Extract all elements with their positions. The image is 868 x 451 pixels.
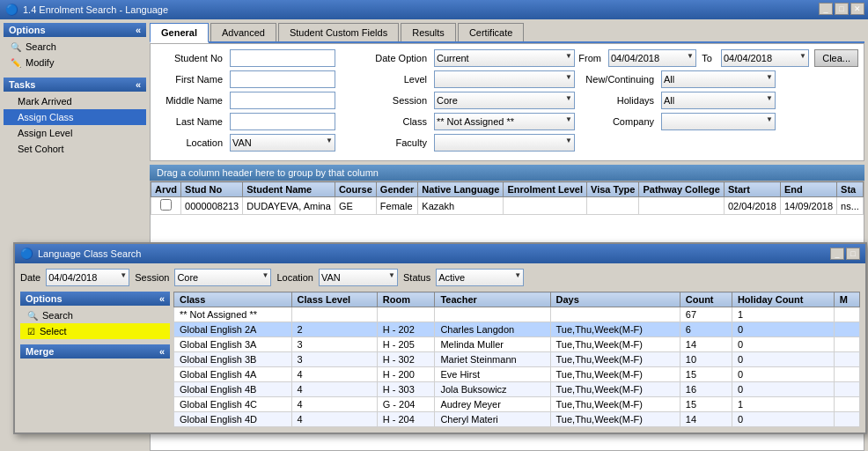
tab-student-custom-fields[interactable]: Student Custom Fields xyxy=(278,23,399,41)
popup-col-level[interactable]: Class Level xyxy=(291,292,377,307)
popup-title-bar: 🔵 Language Class Search _ □ xyxy=(15,244,865,263)
col-sta[interactable]: Sta xyxy=(837,182,864,197)
col-stud-no[interactable]: Stud No xyxy=(181,182,243,197)
to-label: To xyxy=(700,53,717,63)
modify-icon: ✏️ xyxy=(11,58,21,68)
results-table: Arvd Stud No Student Name Course Gender … xyxy=(151,181,864,215)
col-end[interactable]: End xyxy=(781,182,837,197)
col-enrolment-level[interactable]: Enrolment Level xyxy=(504,182,587,197)
cell-pathway-college xyxy=(639,197,724,215)
popup-table-row[interactable]: Global English 2A2H - 202Charles Langdon… xyxy=(174,322,860,337)
holidays-label: Holidays xyxy=(578,95,658,106)
faculty-label: Faculty xyxy=(369,137,430,148)
popup-col-teacher[interactable]: Teacher xyxy=(435,292,550,307)
popup-col-count[interactable]: Count xyxy=(680,292,732,307)
popup-table-row[interactable]: Global English 4C4G - 204Audrey MeyerTue… xyxy=(174,397,860,412)
popup-table-row[interactable]: Global English 3A3H - 205Melinda MullerT… xyxy=(174,337,860,352)
maximize-button[interactable]: □ xyxy=(835,3,849,15)
popup-table-row[interactable]: Global English 4D4H - 204Cheryl MateriTu… xyxy=(174,412,860,427)
tab-general[interactable]: General xyxy=(150,23,209,43)
popup-icon: 🔵 xyxy=(20,248,33,260)
popup-sidebar-select[interactable]: ☑ Select xyxy=(20,323,170,339)
tab-certificate[interactable]: Certificate xyxy=(458,23,525,41)
popup-table-row[interactable]: Global English 3B3H - 302Mariet Steinman… xyxy=(174,352,860,367)
col-arvd[interactable]: Arvd xyxy=(151,182,181,197)
session-label: Session xyxy=(369,95,430,106)
last-name-label: Last Name xyxy=(156,116,226,127)
popup-status-label: Status xyxy=(403,272,430,283)
first-name-input[interactable] xyxy=(230,70,335,88)
clear-button[interactable]: Clea... xyxy=(814,49,858,67)
popup-date-label: Date xyxy=(20,272,40,283)
date-option-select[interactable]: Current xyxy=(434,49,575,67)
student-no-input[interactable] xyxy=(230,49,335,67)
faculty-select[interactable] xyxy=(434,134,575,152)
popup-col-holiday-count[interactable]: Holiday Count xyxy=(732,292,834,307)
popup-session-select[interactable]: Core xyxy=(174,269,271,286)
main-title-bar: 🔵 1.4 Enrolment Search - Language _ □ ✕ xyxy=(0,0,868,19)
tab-bar: General Advanced Student Custom Fields R… xyxy=(150,23,864,43)
middle-name-input[interactable] xyxy=(230,92,335,109)
company-select[interactable] xyxy=(661,113,776,130)
last-name-input[interactable] xyxy=(230,113,335,130)
popup-col-days[interactable]: Days xyxy=(550,292,680,307)
popup-date-select[interactable]: 04/04/2018 xyxy=(46,269,129,286)
tab-results[interactable]: Results xyxy=(401,23,456,41)
session-select[interactable]: Core xyxy=(434,92,575,109)
col-course[interactable]: Course xyxy=(335,182,376,197)
popup-location-select[interactable]: VAN xyxy=(319,269,398,286)
location-select[interactable]: VAN xyxy=(230,134,335,152)
row-checkbox[interactable] xyxy=(160,199,172,211)
table-row[interactable]: 0000008213 DUDAYEVA, Amina GE Female Kaz… xyxy=(151,197,864,215)
sidebar-item-mark-arrived[interactable]: Mark Arrived xyxy=(4,93,146,109)
form-panel: Student No Date Option Current From 04/0… xyxy=(150,43,864,161)
cell-end: 14/09/2018 xyxy=(781,197,837,215)
tasks-section-header: Tasks « xyxy=(4,78,146,92)
sidebar-item-search[interactable]: 🔍 Search xyxy=(4,39,146,55)
popup-col-m[interactable]: M xyxy=(834,292,859,307)
popup-search-bar: Date 04/04/2018 Session Core Location VA… xyxy=(20,269,860,286)
from-date-select[interactable]: 04/04/2018 xyxy=(608,49,696,67)
col-gender[interactable]: Gender xyxy=(376,182,418,197)
popup-minimize-button[interactable]: _ xyxy=(830,248,844,260)
middle-name-label: Middle Name xyxy=(156,95,226,106)
popup-col-room[interactable]: Room xyxy=(377,292,435,307)
popup-table-row[interactable]: ** Not Assigned **671 xyxy=(174,307,860,322)
close-button[interactable]: ✕ xyxy=(850,3,864,15)
level-select[interactable] xyxy=(434,70,575,88)
sidebar-item-assign-level[interactable]: Assign Level xyxy=(4,125,146,141)
to-date-select[interactable]: 04/04/2018 xyxy=(721,49,809,67)
popup-col-class[interactable]: Class xyxy=(174,292,292,307)
col-student-name[interactable]: Student Name xyxy=(243,182,335,197)
sidebar-item-set-cohort[interactable]: Set Cohort xyxy=(4,141,146,157)
group-header: Drag a column header here to group by th… xyxy=(150,165,864,181)
class-select[interactable]: ** Not Assigned ** xyxy=(434,113,575,130)
date-option-label: Date Option xyxy=(369,53,430,63)
minimize-button[interactable]: _ xyxy=(819,3,833,15)
cell-course: GE xyxy=(335,197,376,215)
cell-start: 02/04/2018 xyxy=(724,197,780,215)
col-native-language[interactable]: Native Language xyxy=(418,182,504,197)
popup-table-row[interactable]: Global English 4B4H - 303Jola BuksowiczT… xyxy=(174,382,860,397)
cell-stud-no: 0000008213 xyxy=(181,197,243,215)
student-no-label: Student No xyxy=(156,53,226,63)
holidays-select[interactable]: All xyxy=(661,92,776,109)
col-visa-type[interactable]: Visa Type xyxy=(587,182,639,197)
col-start[interactable]: Start xyxy=(724,182,780,197)
sidebar-item-assign-class[interactable]: Assign Class xyxy=(4,109,146,125)
cell-enrolment-level xyxy=(504,197,587,215)
popup-layout: Options « 🔍 Search ☑ Select Merge « xyxy=(20,292,860,427)
popup-table-row[interactable]: Global English 4A4H - 200Eve HirstTue,Th… xyxy=(174,367,860,382)
class-label: Class xyxy=(369,116,430,127)
cell-visa-type xyxy=(587,197,639,215)
sidebar-item-modify[interactable]: ✏️ Modify xyxy=(4,55,146,70)
tab-advanced[interactable]: Advanced xyxy=(210,23,276,41)
popup-maximize-button[interactable]: □ xyxy=(846,248,860,260)
popup-session-label: Session xyxy=(135,272,169,283)
popup-status-select[interactable]: Active xyxy=(436,269,524,286)
cell-gender: Female xyxy=(376,197,418,215)
new-continuing-select[interactable]: All xyxy=(661,70,776,88)
popup-sidebar-search[interactable]: 🔍 Search xyxy=(20,307,170,323)
col-pathway-college[interactable]: Pathway College xyxy=(639,182,724,197)
popup-location-label: Location xyxy=(276,272,313,283)
